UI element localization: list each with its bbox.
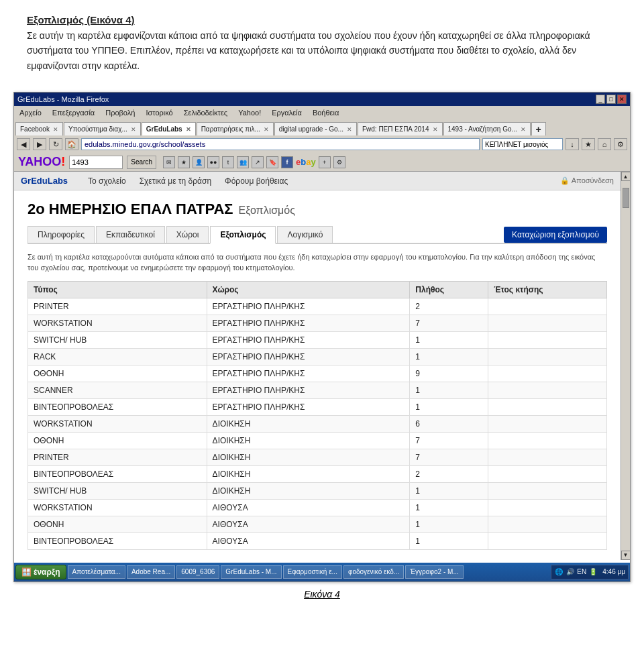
cell-type: PRINTER: [28, 298, 207, 315]
cell-count: 1: [410, 382, 488, 398]
taskbar-item-0[interactable]: Αποτελέσματα...: [68, 565, 125, 579]
section-heading: Εξοπλισμός (Εικόνα 4): [27, 14, 135, 25]
star-icon[interactable]: ★: [178, 156, 190, 168]
bookmark2-icon[interactable]: 🔖: [266, 156, 278, 168]
table-row: WORKSTATION ΕΡΓΑΣΤΗΡΙΟ ΠΛΗΡ/ΚΗΣ 7: [28, 315, 607, 331]
cell-year: [488, 432, 607, 449]
taskbar-tray: 🌐 🔊 EN 🔋 4:46 μμ: [551, 565, 629, 579]
t-icon[interactable]: t: [222, 156, 234, 168]
tab-close-icon[interactable]: ✕: [521, 126, 526, 133]
tab-gredulabs[interactable]: GrEduLabs ✕: [142, 122, 196, 135]
cell-space: ΔΙΟΙΚΗΣΗ: [207, 415, 410, 432]
tab-digital[interactable]: digital upgrade - Go... ✕: [274, 122, 357, 135]
bookmarks-button[interactable]: ★: [582, 138, 595, 150]
gear-icon[interactable]: ⚙: [333, 156, 345, 168]
scroll-up-button[interactable]: ▲: [621, 172, 631, 181]
register-equipment-button[interactable]: Καταχώριση εξοπλισμού: [504, 227, 607, 243]
tab-close-icon[interactable]: ✕: [186, 126, 191, 133]
cell-space: ΑΙΘΟΥΣΑ: [207, 499, 410, 516]
scroll-down-button[interactable]: ▼: [621, 551, 631, 560]
cell-type: ΒΙΝΤΕΟΠΡΟΒΟΛΕΑΣ: [28, 398, 207, 415]
menu-tools[interactable]: Εργαλεία: [269, 108, 305, 117]
home-button[interactable]: 🏠: [65, 138, 78, 150]
tab-paratirisis[interactable]: Παρατηρήσεις πιλ... ✕: [197, 122, 274, 135]
user2-icon[interactable]: 👥: [237, 156, 249, 168]
settings-button[interactable]: ⚙: [614, 138, 627, 150]
taskbar-item-6[interactable]: Έγγραφο2 - M...: [405, 565, 463, 579]
menu-yahoo[interactable]: Yahoo!: [235, 108, 264, 117]
cell-space: ΔΙΟΙΚΗΣΗ: [207, 482, 410, 499]
maximize-button[interactable]: □: [606, 95, 616, 104]
fb-icon[interactable]: f: [281, 156, 293, 168]
tab-label: 1493 - Αναζήτηση Go...: [448, 125, 517, 133]
minimize-button[interactable]: _: [596, 95, 605, 104]
cell-count: 1: [410, 398, 488, 415]
tab-close-icon[interactable]: ✕: [347, 126, 352, 133]
cell-year: [488, 382, 607, 398]
plus-icon[interactable]: +: [319, 156, 331, 168]
cell-year: [488, 315, 607, 331]
yahoo-search-button[interactable]: Search: [127, 156, 156, 169]
start-button[interactable]: 🪟 έναρξη: [15, 565, 66, 579]
cell-space: ΔΙΟΙΚΗΣΗ: [207, 432, 410, 449]
browser-search-input[interactable]: [482, 138, 563, 150]
tray-sound-icon: 🔊: [566, 567, 575, 577]
address-text: edulabs.minedu.gov.gr/school/assets: [85, 140, 205, 148]
gnav-about[interactable]: Σχετικά με τη δράση: [133, 172, 218, 190]
tab-fwd[interactable]: Fwd: ΠΕΠ ΕΣΠΑ 2014 ✕: [358, 122, 443, 135]
tab-close-icon[interactable]: ✕: [433, 126, 438, 133]
browser-scrollbar[interactable]: ▲ ▼: [621, 172, 630, 560]
gnav-school[interactable]: Το σχολείο: [81, 172, 133, 190]
mail-icon[interactable]: ✉: [163, 156, 175, 168]
tab-ekpaideutikoi[interactable]: Εκπαιδευτικοί: [96, 226, 165, 243]
disconnect-link[interactable]: Αποσύνδεση: [560, 176, 614, 185]
taskbar-item-4[interactable]: Εφαρμοστική ε...: [283, 565, 342, 579]
tab-logismiko[interactable]: Λογισμικό: [277, 226, 333, 243]
cell-year: [488, 398, 607, 415]
scroll-thumb[interactable]: [623, 188, 629, 208]
person-icon[interactable]: 👤: [193, 156, 205, 168]
back-button[interactable]: ◀: [17, 138, 30, 150]
address-bar[interactable]: edulabs.minedu.gov.gr/school/assets: [81, 138, 480, 150]
new-tab-button[interactable]: +: [531, 122, 546, 135]
menu-history[interactable]: Ιστορικό: [143, 108, 175, 117]
dot-icon[interactable]: ●●: [207, 156, 219, 168]
tab-yposistima[interactable]: Υποσύστημα διαχ... ✕: [64, 122, 141, 135]
tab-close-icon[interactable]: ✕: [131, 126, 136, 133]
cell-type: ΟΘΟΝΗ: [28, 365, 207, 382]
forward-button[interactable]: ▶: [33, 138, 46, 150]
menu-bookmarks[interactable]: Σελιδοδείκτες: [181, 108, 230, 117]
browser-body-wrapper: GrEduLabs Το σχολείο Σχετικά με τη δράση…: [14, 172, 630, 560]
tab-close-icon[interactable]: ✕: [264, 126, 269, 133]
cell-year: [488, 482, 607, 499]
share-icon[interactable]: ↗: [252, 156, 264, 168]
tab-1493[interactable]: 1493 - Αναζήτηση Go... ✕: [443, 122, 531, 135]
downloads-button[interactable]: ↓: [566, 138, 579, 150]
menu-file[interactable]: Αρχείο: [17, 108, 44, 117]
yahoo-logo: YAHOO!: [18, 155, 65, 169]
tab-facebook[interactable]: Facebook ✕: [15, 122, 63, 135]
taskbar-item-1[interactable]: Adobe Rea...: [127, 565, 175, 579]
home2-button[interactable]: ⌂: [598, 138, 611, 150]
tab-close-icon[interactable]: ✕: [53, 126, 58, 133]
col-type: Τύπος: [28, 281, 207, 298]
browser-body: GrEduLabs Το σχολείο Σχετικά με τη δράση…: [14, 172, 621, 560]
gnav-forum[interactable]: Φόρουμ βοήθειας: [218, 172, 294, 190]
menu-view[interactable]: Προβολή: [103, 108, 138, 117]
tab-plirofories[interactable]: Πληροφορίες: [28, 226, 95, 243]
yahoo-search-input[interactable]: [69, 156, 123, 169]
reload-button[interactable]: ↻: [49, 138, 62, 150]
taskbar-item-5[interactable]: φοδογενικό εκδ...: [343, 565, 404, 579]
cell-year: [488, 348, 607, 365]
menu-edit[interactable]: Επεξεργασία: [50, 108, 97, 117]
school-title: 2ο ΗΜΕΡΗΣΙΟ ΕΠΑΛ ΠΑΤΡΑΣ Εξοπλισμός: [28, 201, 607, 218]
table-row: PRINTER ΔΙΟΙΚΗΣΗ 7: [28, 449, 607, 465]
taskbar-item-3[interactable]: GrEduLabs - M...: [221, 565, 281, 579]
tab-exoplismos[interactable]: Εξοπλισμός: [210, 226, 276, 244]
close-button[interactable]: ✕: [617, 95, 627, 104]
browser-menubar: Αρχείο Επεξεργασία Προβολή Ιστορικό Σελι…: [14, 106, 630, 119]
taskbar-item-2[interactable]: 6009_6306: [176, 565, 219, 579]
cell-count: 7: [410, 432, 488, 449]
tab-xoroi[interactable]: Χώροι: [166, 226, 209, 243]
menu-help[interactable]: Βοήθεια: [310, 108, 341, 117]
